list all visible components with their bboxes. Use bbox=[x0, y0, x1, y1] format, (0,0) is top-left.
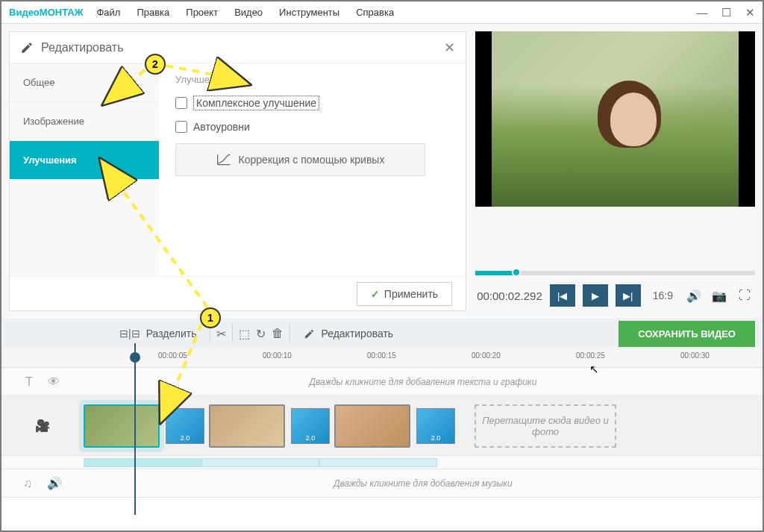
progress-thumb[interactable] bbox=[512, 268, 521, 277]
curves-icon bbox=[216, 153, 231, 166]
track-text: T 👁 Дважды кликните для добавления текст… bbox=[1, 368, 763, 396]
window-controls: — ☐ ✕ bbox=[697, 7, 755, 18]
tab-general[interactable]: Общее bbox=[10, 63, 159, 102]
transition-1[interactable]: 2.0 bbox=[166, 408, 204, 444]
edit-panel-body: Общее Изображение Улучшения Улучшения Ко… bbox=[10, 63, 466, 276]
playhead-line bbox=[134, 343, 136, 515]
next-button[interactable]: ▶| bbox=[616, 284, 641, 307]
prev-button[interactable]: |◀ bbox=[550, 284, 575, 307]
video-frame[interactable] bbox=[475, 31, 755, 207]
video-clip-2[interactable] bbox=[209, 404, 285, 448]
split-icon: ⊟|⊟ bbox=[119, 328, 140, 339]
edit-icon bbox=[304, 328, 315, 339]
track-music-body[interactable]: Дважды кликните для добавления музыки bbox=[84, 469, 763, 497]
main-area: Редактировать ✕ Общее Изображение Улучше… bbox=[1, 24, 763, 319]
menu-bar: ВидеоМОНТАЖ Файл Правка Проект Видео Инс… bbox=[1, 1, 763, 24]
snapshot-icon[interactable]: 📷 bbox=[710, 287, 728, 304]
edit-panel: Редактировать ✕ Общее Изображение Улучше… bbox=[9, 31, 466, 311]
transition-3[interactable]: 2.0 bbox=[416, 408, 455, 444]
tab-enhancements[interactable]: Улучшения bbox=[10, 141, 159, 180]
video-clip-3[interactable] bbox=[334, 404, 410, 448]
cursor-icon: ↖ bbox=[589, 363, 599, 376]
crop-icon[interactable]: ⬚ bbox=[239, 327, 250, 341]
volume-icon[interactable]: 🔊 bbox=[685, 287, 703, 304]
visibility-icon[interactable]: 👁 bbox=[48, 375, 60, 389]
close-icon[interactable]: ✕ bbox=[745, 7, 755, 18]
edit-pencil-icon bbox=[20, 41, 34, 54]
fullscreen-icon[interactable]: ⛶ bbox=[736, 287, 754, 304]
callout-2: 2 bbox=[145, 54, 166, 75]
playhead-handle[interactable] bbox=[130, 352, 140, 363]
text-icon[interactable]: T bbox=[25, 375, 33, 389]
aspect-ratio[interactable]: 16:9 bbox=[653, 290, 673, 301]
app-logo: ВидеоМОНТАЖ bbox=[9, 7, 83, 18]
track-video: 🎥 2.0 2.0 2.0 Перетащите сюда видео и фо… bbox=[1, 396, 763, 456]
preview-panel: 00:00:02.292 |◀ ▶ ▶| 16:9 🔊 📷 ⛶ bbox=[475, 31, 755, 311]
timeline-toolbar: ⊟|⊟ Разделить ✂ ⬚ ↻ 🗑 Редактировать СОХР… bbox=[1, 319, 763, 348]
delete-icon[interactable]: 🗑 bbox=[272, 327, 284, 340]
timeline: 00:00:05 00:00:10 00:00:15 00:00:20 00:0… bbox=[1, 348, 763, 498]
video-icon[interactable]: 🎥 bbox=[35, 419, 50, 433]
checkbox-complex-input[interactable] bbox=[175, 97, 187, 109]
edit-clip-button[interactable]: Редактировать bbox=[296, 328, 401, 339]
track-music: ♫ 🔊 Дважды кликните для добавления музык… bbox=[1, 469, 763, 498]
save-video-button[interactable]: СОХРАНИТЬ ВИДЕО bbox=[619, 321, 755, 347]
maximize-icon[interactable]: ☐ bbox=[721, 7, 731, 18]
check-icon: ✓ bbox=[371, 288, 380, 300]
track-transitions bbox=[1, 456, 763, 469]
playback-controls: 00:00:02.292 |◀ ▶ ▶| 16:9 🔊 📷 ⛶ bbox=[475, 280, 755, 311]
mute-icon[interactable]: 🔊 bbox=[47, 476, 62, 490]
play-button[interactable]: ▶ bbox=[583, 284, 608, 307]
checkbox-autolevels[interactable]: Автоуровни bbox=[175, 121, 449, 133]
curves-correction-button[interactable]: Коррекция с помощью кривых bbox=[175, 143, 425, 176]
track-text-head: T 👁 bbox=[1, 375, 84, 389]
edit-panel-header: Редактировать ✕ bbox=[10, 32, 466, 63]
cut-icon[interactable]: ✂ bbox=[216, 327, 226, 341]
edit-panel-footer: ✓ Применить bbox=[10, 276, 466, 310]
split-button[interactable]: ⊟|⊟ Разделить bbox=[112, 328, 204, 339]
menu-video[interactable]: Видео bbox=[234, 7, 263, 18]
apply-button[interactable]: ✓ Применить bbox=[357, 282, 452, 306]
music-icon[interactable]: ♫ bbox=[23, 477, 32, 490]
edit-tabs: Общее Изображение Улучшения bbox=[10, 63, 159, 276]
menu-project[interactable]: Проект bbox=[186, 7, 218, 18]
video-clip-1[interactable] bbox=[84, 404, 160, 448]
playback-progress[interactable] bbox=[475, 271, 755, 275]
track-video-head: 🎥 bbox=[1, 419, 84, 433]
edit-panel-title: Редактировать bbox=[41, 41, 444, 54]
rotate-icon[interactable]: ↻ bbox=[256, 327, 266, 341]
track-video-body[interactable]: 2.0 2.0 2.0 Перетащите сюда видео и фото bbox=[84, 396, 763, 455]
edit-panel-close-icon[interactable]: ✕ bbox=[444, 40, 455, 56]
timeline-ruler[interactable]: 00:00:05 00:00:10 00:00:15 00:00:20 00:0… bbox=[1, 348, 763, 368]
menu-file[interactable]: Файл bbox=[96, 7, 120, 18]
menu-help[interactable]: Справка bbox=[356, 7, 394, 18]
edit-content: Улучшения Комплексное улучшение Автоуров… bbox=[159, 63, 466, 276]
tab-image[interactable]: Изображение bbox=[10, 102, 159, 141]
track-music-head: ♫ 🔊 bbox=[1, 476, 84, 490]
menu-tools[interactable]: Инструменты bbox=[279, 7, 339, 18]
minimize-icon[interactable]: — bbox=[697, 7, 707, 18]
video-scene bbox=[492, 31, 739, 207]
section-label: Улучшения bbox=[175, 74, 449, 85]
track-text-body[interactable]: Дважды кликните для добавления текста и … bbox=[84, 368, 763, 395]
drop-zone[interactable]: Перетащите сюда видео и фото bbox=[475, 404, 616, 448]
menu-edit[interactable]: Правка bbox=[137, 7, 169, 18]
callout-1: 1 bbox=[200, 307, 221, 328]
time-display: 00:00:02.292 bbox=[477, 290, 542, 302]
transition-2[interactable]: 2.0 bbox=[291, 408, 330, 444]
checkbox-autolevels-input[interactable] bbox=[175, 121, 187, 133]
checkbox-complex-enhancement[interactable]: Комплексное улучшение bbox=[175, 96, 449, 110]
